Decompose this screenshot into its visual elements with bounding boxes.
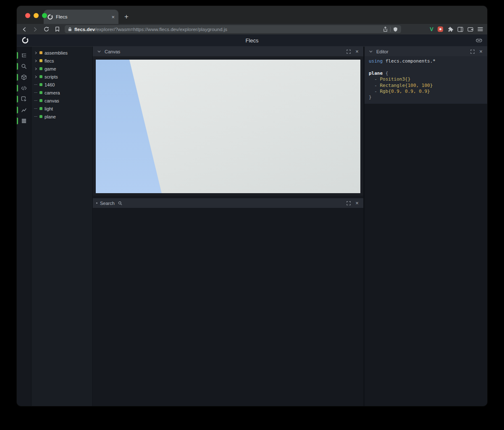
back-button[interactable] [21,26,28,33]
sidebar-item-code[interactable] [17,83,31,94]
extension-icons: V [430,26,483,32]
share-icon[interactable] [383,26,388,32]
editor-panel-header: Editor × [365,47,487,56]
tree-guide-line [34,116,37,117]
chevron-right-icon[interactable] [34,51,37,55]
tree-item-label: assemblies [45,50,68,55]
sidebar-item-charts[interactable] [17,105,31,115]
code-line: - Rectangle{100, 100} [369,83,483,89]
code-line: using flecs.components.* [369,58,483,64]
brave-shield-icon[interactable] [393,27,398,32]
tree-item[interactable]: assemblies [32,49,92,57]
chevron-right-icon[interactable] [34,67,37,71]
entity-color-square [39,115,42,118]
tree-item-label: camera [45,90,60,95]
canvas-panel-header: Canvas × [93,47,363,56]
entity-tree-icon [21,52,27,58]
tree-item-label: 1460 [45,82,55,87]
tree-item[interactable]: flecs [32,57,92,65]
sidebar-item-search[interactable] [17,61,31,72]
entity-color-square [39,91,42,94]
tree-item-label: plane [45,114,56,119]
editor-code[interactable]: using flecs.components.* plane { - Posit… [365,56,487,104]
new-tab-button[interactable]: + [124,13,129,20]
extension-red-icon[interactable] [438,26,443,32]
magnifier-icon[interactable] [117,200,123,206]
tree-item-label: scripts [45,74,58,79]
tab-close-icon[interactable]: × [111,14,115,20]
app-title: Flecs [17,37,487,44]
tree-list: assemblies flecs game scripts 1460 [32,49,92,121]
expand-icon[interactable] [346,200,352,206]
close-icon[interactable]: × [354,49,360,55]
active-indicator [17,85,18,92]
entity-color-square [39,107,42,110]
tab-title: Flecs [56,14,108,19]
active-indicator [17,63,18,70]
wallet-icon[interactable] [467,27,473,32]
tree-item[interactable]: 1460 [32,81,92,89]
inspector-cursor-icon [21,96,27,102]
tree-item[interactable]: camera [32,89,92,97]
menu-icon[interactable] [478,27,483,31]
active-indicator [17,74,18,81]
active-indicator [17,107,18,113]
code-line: plane { [369,71,483,76]
app-header: Flecs [17,34,487,47]
code-line [369,64,483,70]
forward-button[interactable] [32,26,39,33]
expand-icon[interactable] [470,49,475,55]
browser-toolbar: flecs.dev/explorer/?wasm=https://www.fle… [17,24,487,34]
entity-color-square [39,99,42,102]
search-panel-header: Search × [93,198,363,208]
chevron-right-icon[interactable] [34,75,37,79]
minimize-window-button[interactable] [34,13,39,18]
tree-item[interactable]: scripts [32,73,92,81]
sidebar-item-components[interactable] [17,72,31,83]
lock-icon [68,27,72,31]
tree-item-label: flecs [45,58,54,63]
extension-v-icon[interactable]: V [430,26,433,32]
expand-icon[interactable] [346,49,352,55]
bookmark-icon[interactable] [54,26,60,33]
url-text: flecs.dev/explorer/?wasm=https://www.fle… [74,27,381,32]
tree-item-label: light [45,106,53,111]
entity-color-square [39,51,42,54]
sidebar-toggle-icon[interactable] [457,27,463,32]
active-indicator [17,52,18,59]
editor-empty-area [365,104,487,406]
close-icon[interactable]: × [354,200,360,206]
tree-item-label: game [45,66,56,71]
tree-item[interactable]: plane [32,113,92,121]
stats-rows-icon [21,118,27,123]
3d-viewport[interactable] [96,60,360,193]
puzzle-extensions-icon[interactable] [447,26,453,32]
sidebar-rail [17,47,32,406]
tree-item[interactable]: game [32,65,92,73]
chevron-down-icon[interactable] [368,49,374,55]
toolbar-separator [390,27,391,32]
editor-column: Editor × using flecs.components.* plane … [365,47,487,406]
address-bar[interactable]: flecs.dev/explorer/?wasm=https://www.fle… [65,25,401,33]
center-column: Canvas × Search [93,47,363,406]
sidebar-item-entities[interactable] [17,50,31,61]
reload-button[interactable] [43,26,50,33]
chevron-down-icon[interactable] [96,49,102,55]
tree-item[interactable]: light [32,105,92,113]
chevron-right-icon[interactable] [34,59,37,63]
zoom-window-button[interactable] [42,13,47,18]
search-icon [21,63,27,69]
close-icon[interactable]: × [478,49,484,55]
tree-guide-line [34,100,37,101]
editor-panel-title: Editor [376,49,388,54]
tree-panel: assemblies flecs game scripts 1460 [32,47,93,406]
tree-item[interactable]: canvas [32,97,92,105]
search-panel-body [93,208,363,406]
canvas-panel-body [93,56,363,196]
close-window-button[interactable] [25,13,30,18]
entity-color-square [39,59,42,62]
url-domain: flecs.dev [74,27,95,32]
browser-tab[interactable]: Flecs × [44,10,118,24]
sidebar-item-stats[interactable] [17,115,31,126]
sidebar-item-inspector[interactable] [17,94,31,105]
